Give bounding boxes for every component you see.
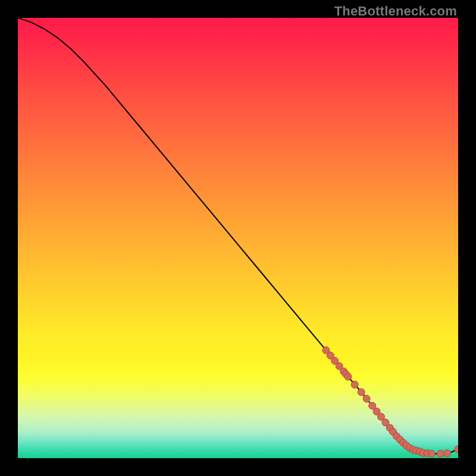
- data-marker: [428, 450, 436, 458]
- data-marker: [358, 389, 365, 396]
- data-marker: [351, 381, 358, 388]
- data-marker: [437, 450, 444, 458]
- watermark-text: TheBottleneck.com: [334, 4, 457, 19]
- marker-group: [322, 347, 458, 458]
- plot-area: [18, 18, 458, 458]
- chart-stage: TheBottleneck.com: [0, 0, 476, 476]
- chart-svg: [18, 18, 458, 458]
- curve-line: [18, 18, 458, 454]
- data-marker: [444, 450, 451, 457]
- data-marker: [455, 446, 458, 453]
- data-marker: [363, 395, 370, 402]
- data-marker: [345, 373, 352, 380]
